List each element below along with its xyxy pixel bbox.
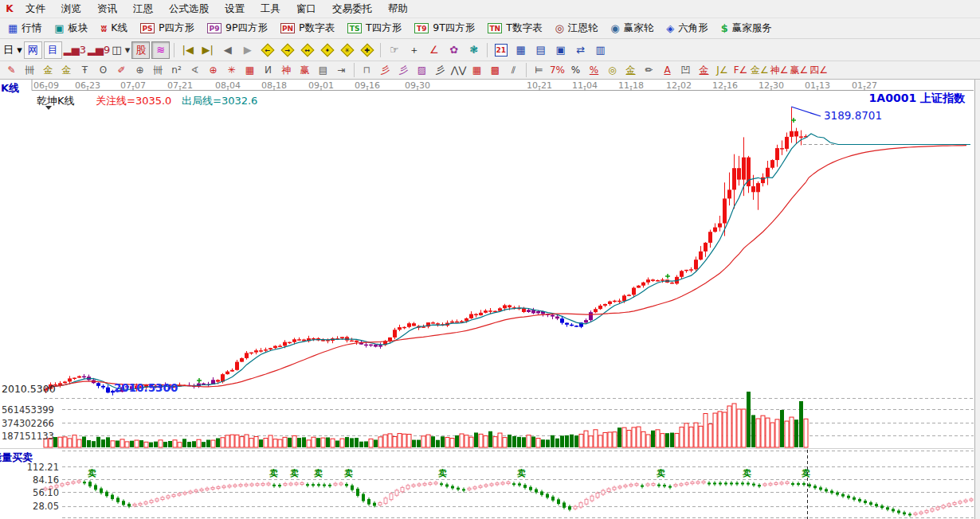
save-icon[interactable]: ▣: [551, 41, 570, 59]
black-fan-icon[interactable]: 彡: [432, 63, 449, 78]
toolbar-T四方形[interactable]: TST四方形: [341, 20, 408, 37]
toolbar-板块[interactable]: ▣板块: [48, 20, 94, 37]
minute9-chart-icon[interactable]: ▂▅9: [88, 41, 110, 59]
diamond-expand-icon[interactable]: ✳: [338, 41, 356, 59]
red-grid-icon[interactable]: ▦: [241, 63, 258, 78]
dropdown-caret-icon[interactable]: [45, 106, 52, 110]
info-panel-icon[interactable]: 目: [44, 41, 62, 59]
shen-angle-icon[interactable]: 神∠: [770, 63, 789, 78]
notepad-icon[interactable]: ▤: [531, 41, 550, 59]
menu-item-公式选股[interactable]: 公式选股: [161, 0, 217, 18]
menu-item-工具[interactable]: 工具: [253, 0, 288, 18]
diamond-full-icon[interactable]: ✚: [358, 41, 376, 59]
f-angle-icon[interactable]: F∠: [732, 63, 749, 78]
network-icon[interactable]: ⇄: [571, 41, 590, 59]
zigzag-icon[interactable]: ⋀⋁: [450, 63, 467, 78]
frame-tool-icon[interactable]: ⊓: [359, 63, 375, 78]
ruler2-tool-icon[interactable]: 卌: [150, 63, 167, 78]
toolbar-T数字表[interactable]: TNT数字表: [481, 20, 548, 37]
menu-item-交易委托[interactable]: 交易委托: [324, 0, 380, 18]
spiral-tool-icon[interactable]: ʘ: [95, 63, 112, 78]
starburst-grid-icon[interactable]: ✳: [223, 63, 240, 78]
toolbar-行情[interactable]: ▦行情: [2, 20, 48, 37]
kline-type-label[interactable]: 乾坤K线: [37, 94, 75, 108]
toolbar-赢家服务[interactable]: $赢家服务: [715, 20, 778, 37]
toolbar-P数字表[interactable]: PNP数字表: [274, 20, 341, 37]
stock-mark-icon[interactable]: 股: [131, 41, 150, 59]
si-angle-icon[interactable]: 四∠: [809, 63, 828, 78]
menu-item-江恩[interactable]: 江恩: [125, 0, 161, 18]
menu-item-浏览[interactable]: 浏览: [53, 0, 89, 18]
ying-ruler-icon[interactable]: 赢: [296, 63, 313, 78]
n-wave-icon[interactable]: И: [260, 63, 276, 78]
toolbar-9P四方形[interactable]: P99P四方形: [201, 20, 274, 37]
golden-ruler2-icon[interactable]: 金: [58, 63, 75, 78]
red-grid2-icon[interactable]: ▦: [468, 63, 485, 78]
a-line-icon[interactable]: A: [659, 63, 676, 78]
chart-svg[interactable]: [0, 80, 974, 519]
angle-tool-icon[interactable]: ∠: [425, 41, 443, 59]
pen-tool-icon[interactable]: ✎: [3, 63, 20, 78]
red-grid3-icon[interactable]: ▩: [487, 63, 504, 78]
golden-circle-icon[interactable]: ◎: [604, 63, 621, 78]
mirror-angle-icon[interactable]: ∢: [186, 63, 203, 78]
j-angle-icon[interactable]: J∠: [714, 63, 731, 78]
purple-fan-icon[interactable]: 彡: [395, 63, 412, 78]
grid-123-icon[interactable]: ▤: [315, 63, 331, 78]
ying-angle-icon[interactable]: 赢∠: [790, 63, 809, 78]
diamond-left-icon[interactable]: ←: [258, 41, 276, 59]
pen-chart-icon[interactable]: ✐: [113, 63, 130, 78]
toolbar-K线[interactable]: ʬK线: [95, 20, 134, 37]
menu-item-资讯[interactable]: 资讯: [89, 0, 125, 18]
calendar-icon[interactable]: 21: [492, 41, 510, 59]
candle-style-button[interactable]: ◫ ▾: [112, 41, 130, 59]
ratio-ruler-icon[interactable]: ⊨: [531, 63, 547, 78]
minute3-chart-icon[interactable]: ▂▅3: [64, 41, 86, 59]
shen-ruler-icon[interactable]: 神: [278, 63, 295, 78]
flower-tool-icon[interactable]: ✿: [445, 41, 463, 59]
cup-tool-icon[interactable]: 凹: [677, 63, 694, 78]
golden-ruler-icon[interactable]: 金: [40, 63, 57, 78]
overlay-chart-icon[interactable]: 网: [24, 41, 42, 59]
red-fan-icon[interactable]: 彡: [377, 63, 394, 78]
diamond-compress-icon[interactable]: ✦: [318, 41, 336, 59]
color-bars-icon[interactable]: ≋: [151, 41, 170, 59]
golden-line-icon[interactable]: 金: [622, 63, 639, 78]
parallel-lines-icon[interactable]: ⫽: [505, 63, 522, 78]
menu-item-窗口[interactable]: 窗口: [288, 0, 324, 18]
menu-item-文件[interactable]: 文件: [18, 0, 53, 18]
pen-blue-icon[interactable]: ✏: [641, 63, 657, 78]
ruler-tool-icon[interactable]: 卌: [22, 63, 38, 78]
last-bar-icon[interactable]: ▶|: [198, 41, 217, 59]
hand-tool-icon[interactable]: ☞: [385, 41, 403, 59]
span-arrow-icon[interactable]: ⇥: [333, 63, 350, 78]
menu-item-设置[interactable]: 设置: [217, 0, 253, 18]
period-day-button[interactable]: 日 ▾: [3, 41, 22, 59]
print-icon[interactable]: ▥: [591, 41, 610, 59]
menu-item-帮助[interactable]: 帮助: [380, 0, 416, 18]
toolbar-江恩轮[interactable]: ◎江恩轮: [548, 20, 604, 37]
percent-under-icon[interactable]: %: [586, 63, 602, 78]
gold-angle-icon[interactable]: 金∠: [751, 63, 769, 78]
toolbar-六角形[interactable]: ◈六角形: [660, 20, 715, 37]
diamond-hspan-icon[interactable]: ↔: [298, 41, 316, 59]
next-bar-icon[interactable]: ▶: [238, 41, 257, 59]
gold-under-icon[interactable]: 金: [696, 63, 712, 78]
toolbar-赢家轮[interactable]: ◉赢家轮: [604, 20, 660, 37]
swirl-tool-icon[interactable]: ❃: [465, 41, 483, 59]
toolbar-9T四方形[interactable]: T99T四方形: [408, 20, 481, 37]
percent-line-icon[interactable]: 7%: [549, 63, 566, 78]
crosshair-tool-icon[interactable]: ＋: [405, 41, 423, 59]
toolbar-P四方形[interactable]: PSP四方形: [134, 20, 201, 37]
n2-ruler-icon[interactable]: n²: [168, 63, 185, 78]
first-bar-icon[interactable]: |◀: [178, 41, 197, 59]
diamond-right-icon[interactable]: →: [278, 41, 296, 59]
calculator-icon[interactable]: ▦: [512, 41, 530, 59]
box-lines-icon[interactable]: ▨: [414, 63, 430, 78]
f-ruler-icon[interactable]: Ŧ: [76, 63, 93, 78]
chart-area[interactable]: 日K线 06-0906-2307-0707-2108-0408-1809-010…: [0, 80, 974, 519]
prev-bar-icon[interactable]: ◀: [218, 41, 237, 59]
gann-circle-icon[interactable]: ⊕: [131, 63, 148, 78]
compass-cross-icon[interactable]: ⊕: [205, 63, 221, 78]
percent-icon[interactable]: %: [567, 63, 584, 78]
